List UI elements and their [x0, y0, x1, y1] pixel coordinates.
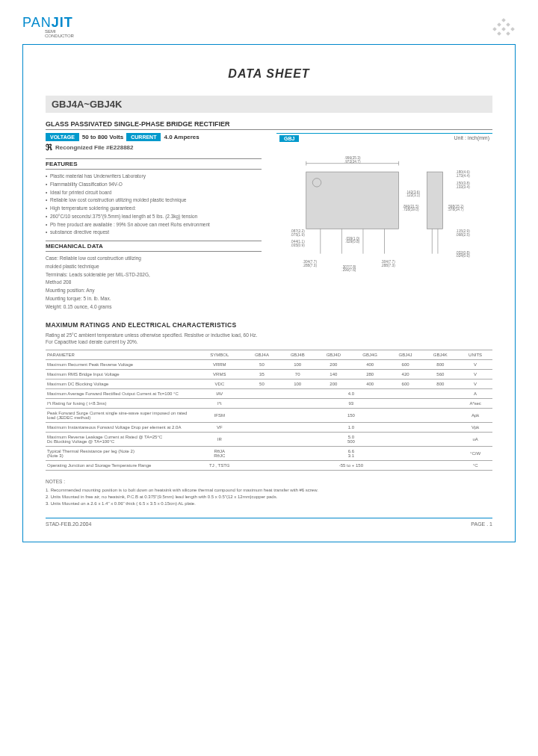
- svg-text:.173(4.4): .173(4.4): [456, 174, 470, 178]
- table-header-cell: UNITS: [458, 350, 492, 360]
- badge-row: VOLTAGE 50 to 800 Volts CURRENT 4.0 Ampe…: [46, 133, 262, 141]
- decorative-dots-icon: [493, 16, 516, 38]
- svg-text:.024(0.6): .024(0.6): [456, 254, 470, 258]
- table-row: Typical Thermal Resistance per leg (Note…: [46, 447, 492, 461]
- package-drawing-icon: .996(25.3) .972(24.7) .180(4.6) .173(4.4…: [276, 143, 492, 293]
- feature-item: Reliable low cost construction utilizing…: [46, 196, 262, 204]
- table-row: Maximum Recurrent Peak Reverse VoltageVR…: [46, 360, 492, 370]
- current-value: 4.0 Amperes: [164, 134, 199, 140]
- current-badge: CURRENT: [126, 133, 161, 141]
- two-column-layout: VOLTAGE 50 to 800 Volts CURRENT 4.0 Ampe…: [46, 133, 492, 311]
- features-header: FEATURES: [46, 158, 262, 170]
- table-row: Peak Forward Surge Current single sine-w…: [46, 409, 492, 423]
- table-header-cell: GBJ4B: [279, 350, 315, 360]
- svg-text:.299(7.6): .299(7.6): [341, 268, 356, 272]
- mech-item: molded plastic technique: [46, 263, 262, 270]
- table-row: Maximum DC Blocking VoltageVDC5010020040…: [46, 379, 492, 389]
- mech-item: Mounting torque: 5 in. lb. Max.: [46, 295, 262, 303]
- page: PAN JIT SEMI CONDUCTOR DATA SHEET GBJ4A~…: [0, 0, 538, 557]
- feature-item: Plastic material has Underwriters Labora…: [46, 173, 262, 180]
- svg-text:.972(24.7): .972(24.7): [344, 160, 361, 164]
- table-header-cell: GBJ4D: [315, 350, 351, 360]
- footer-page: PAGE . 1: [471, 521, 492, 527]
- table-row: Maximum Reverse Leakage Current at Rated…: [46, 433, 492, 447]
- mech-item: Weight: 0.15 ounce, 4.0 grams: [46, 303, 262, 311]
- mech-item: Mounting position: Any: [46, 287, 262, 294]
- logo-pan: PAN: [22, 15, 52, 31]
- mech-item: Case: Reliable low cost construction uti…: [46, 255, 262, 262]
- logo-jit: JIT: [52, 15, 73, 31]
- feature-item: substance directive request: [46, 229, 262, 236]
- notes-section: NOTES : 1. Recommended mounting position…: [46, 478, 492, 507]
- ul-text: Recongnized File #E228882: [55, 144, 134, 151]
- ul-mark-icon: ℜ: [46, 143, 52, 152]
- ratings-subtitle: Rating at 25°C ambient temperature unles…: [46, 332, 492, 345]
- notes-list: 1. Recommended mounting position is to b…: [46, 487, 492, 507]
- mech-item: Terminals: Leads solderable per MIL-STD-…: [46, 271, 262, 279]
- svg-text:.122(3.1): .122(3.1): [406, 193, 420, 197]
- note-item: 1. Recommended mounting position is to b…: [46, 487, 492, 494]
- table-header-row: PARAMETERSYMBOLGBJ4AGBJ4BGBJ4DGBJ4GGBJ4J…: [46, 350, 492, 360]
- page-footer: STAD-FEB.20.2004 PAGE . 1: [46, 518, 492, 527]
- svg-text:.075(1.9): .075(1.9): [291, 233, 305, 237]
- svg-rect-0: [306, 172, 399, 229]
- table-row: Maximum Instantaneous Forward Voltage Dr…: [46, 423, 492, 433]
- package-diagram: GBJ Unit : inch(mm): [276, 133, 492, 294]
- svg-text:.288(7.3): .288(7.3): [303, 264, 317, 267]
- ratings-table: PARAMETERSYMBOLGBJ4AGBJ4BGBJ4DGBJ4GGBJ4J…: [46, 350, 492, 471]
- diagram-label: GBJ: [279, 135, 299, 142]
- description-title: GLASS PASSIVATED SINGLE-PHASE BRIDGE REC…: [46, 120, 492, 130]
- diagram-unit: Unit : inch(mm): [454, 135, 489, 142]
- mechanical-list: Case: Reliable low cost construction uti…: [46, 255, 262, 310]
- table-header-cell: PARAMETER: [46, 350, 195, 360]
- mech-item: Method 208: [46, 279, 262, 286]
- note-item: 2. Units Mounted in free air, no heatsin…: [46, 494, 492, 501]
- svg-text:.098(2.5): .098(2.5): [456, 233, 470, 237]
- diagram-header: GBJ Unit : inch(mm): [276, 134, 492, 143]
- right-column: GBJ Unit : inch(mm): [276, 133, 492, 311]
- feature-item: High temperature soldering guaranteed:: [46, 205, 262, 212]
- table-header-cell: GBJ4G: [352, 350, 389, 360]
- table-body: Maximum Recurrent Peak Reverse VoltageVR…: [46, 360, 492, 471]
- ratings-title: MAXIMUM RATINGS AND ELECTRICAL CHARACTER…: [46, 321, 492, 329]
- footer-date: STAD-FEB.20.2004: [46, 521, 91, 527]
- svg-text:.288(7.3): .288(7.3): [381, 264, 395, 267]
- svg-text:.035(0.9): .035(0.9): [291, 244, 305, 247]
- svg-text:.578(14.7): .578(14.7): [448, 208, 464, 211]
- table-header-cell: GBJ4J: [389, 350, 423, 360]
- feature-item: 260°C/10 seconds/.375"(9.5mm) lead lengt…: [46, 213, 262, 220]
- logo: PAN JIT: [22, 15, 74, 31]
- notes-title: NOTES :: [46, 478, 492, 486]
- doc-title: DATA SHEET: [46, 67, 492, 81]
- svg-text:.029(0.8): .029(0.8): [345, 240, 359, 244]
- table-row: Maximum RMS Bridge Input VoltageVRMS3570…: [46, 370, 492, 379]
- features-list: Plastic material has Underwriters Labora…: [46, 173, 262, 236]
- table-header-cell: GBJ4A: [244, 350, 280, 360]
- left-column: VOLTAGE 50 to 800 Volts CURRENT 4.0 Ampe…: [46, 133, 262, 311]
- table-header-cell: GBJ4K: [422, 350, 458, 360]
- feature-item: Flammability Classification 94V-O: [46, 181, 262, 188]
- logo-block: PAN JIT SEMI CONDUCTOR: [22, 15, 74, 38]
- table-row: Maximum Average Forward Rectified Output…: [46, 389, 492, 399]
- note-item: 3. Units Mounted on a 2.6 x 1.4" x 0.06"…: [46, 501, 492, 507]
- ul-recognition: ℜ Recongnized File #E228882: [46, 143, 262, 152]
- part-number: GBJ4A~GBJ4K: [46, 96, 492, 113]
- mechanical-header: MECHANICAL DATA: [46, 241, 262, 252]
- svg-text:.133(3.4): .133(3.4): [456, 185, 470, 189]
- table-header-cell: SYMBOL: [195, 350, 244, 360]
- feature-item: Ideal for printed circuit board: [46, 189, 262, 196]
- svg-rect-6: [427, 172, 443, 229]
- content-border: DATA SHEET GBJ4A~GBJ4K GLASS PASSIVATED …: [22, 44, 516, 542]
- feature-item: Pb free product are available : 99% Sn a…: [46, 221, 262, 229]
- voltage-badge: VOLTAGE: [46, 133, 79, 141]
- voltage-value: 50 to 800 Volts: [82, 134, 123, 140]
- header-row: PAN JIT SEMI CONDUCTOR: [22, 15, 516, 38]
- svg-text:.728(19.0): .728(19.0): [403, 208, 419, 211]
- table-row: Operating Junction and Storage Temperatu…: [46, 461, 492, 471]
- table-row: I²t Rating for fusing ( t<8.3ms)I²t93A²s…: [46, 399, 492, 409]
